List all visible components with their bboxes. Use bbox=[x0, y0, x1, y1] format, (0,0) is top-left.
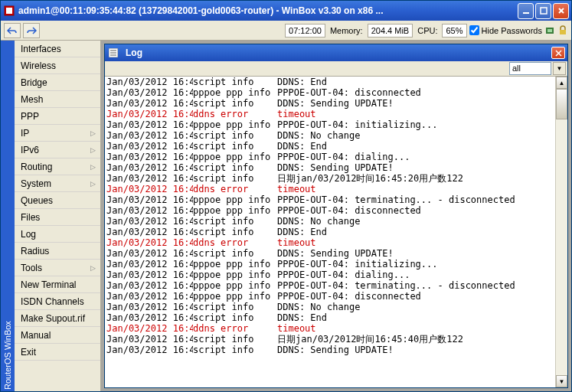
log-topic: script info bbox=[193, 130, 277, 141]
sidebar-item-mesh[interactable]: Mesh bbox=[15, 91, 100, 108]
sidebar-item-ppp[interactable]: PPP bbox=[15, 108, 100, 125]
log-message: PPPOE-OUT-04: terminating... - disconnec… bbox=[277, 280, 555, 291]
scroll-up-button[interactable]: ▲ bbox=[556, 77, 567, 89]
sidebar-item-label: Exit bbox=[21, 347, 36, 358]
log-message: PPPOE-OUT-04: disconnected bbox=[277, 205, 555, 216]
undo-button[interactable] bbox=[4, 23, 21, 38]
scroll-track[interactable] bbox=[556, 89, 567, 375]
log-topic: script info bbox=[193, 216, 277, 227]
redo-button[interactable] bbox=[23, 23, 40, 38]
log-close-button[interactable] bbox=[551, 47, 565, 59]
log-row[interactable]: Jan/03/2012 16:4...script infoDDNS: End bbox=[105, 312, 555, 323]
log-message: DDNS: End bbox=[277, 227, 555, 237]
chevron-right-icon: ▷ bbox=[90, 180, 96, 188]
sidebar-item-queues[interactable]: Queues bbox=[15, 192, 100, 209]
log-row[interactable]: Jan/03/2012 16:4...pppoe ppp infoPPPOE-O… bbox=[105, 194, 555, 205]
log-row[interactable]: Jan/03/2012 16:4...script infoDDNS: Send… bbox=[105, 162, 555, 173]
log-row[interactable]: Jan/03/2012 16:4...script infoDDNS: End bbox=[105, 77, 555, 87]
log-message: PPPOE-OUT-04: disconnected bbox=[277, 87, 555, 98]
close-button[interactable] bbox=[553, 3, 569, 19]
sidebar-item-label: Tools bbox=[21, 263, 42, 273]
sidebar-item-make-supout-rif[interactable]: Make Supout.rif bbox=[15, 310, 100, 327]
scroll-down-button[interactable]: ▼ bbox=[556, 375, 567, 387]
sidebar-item-label: Bridge bbox=[21, 77, 47, 88]
log-topic: pppoe ppp info bbox=[193, 119, 277, 130]
log-message: PPPOE-OUT-04: dialing... bbox=[277, 270, 555, 280]
sidebar-item-routing[interactable]: Routing▷ bbox=[15, 158, 100, 175]
log-row[interactable]: Jan/03/2012 16:4...pppoe ppp infoPPPOE-O… bbox=[105, 119, 555, 130]
log-topic: script info bbox=[193, 227, 277, 237]
sidebar-item-files[interactable]: Files bbox=[15, 209, 100, 226]
log-row[interactable]: Jan/03/2012 16:4...ddns errortimeout bbox=[105, 237, 555, 248]
sidebar-item-label: Queues bbox=[21, 195, 53, 206]
log-topic: pppoe ppp info bbox=[193, 152, 277, 162]
log-row[interactable]: Jan/03/2012 16:4...script infoDDNS: No c… bbox=[105, 130, 555, 141]
log-row[interactable]: Jan/03/2012 16:4...pppoe ppp infoPPPOE-O… bbox=[105, 291, 555, 302]
log-filter-dropdown-button[interactable]: ▼ bbox=[553, 62, 566, 75]
maximize-button[interactable] bbox=[535, 3, 551, 19]
log-row[interactable]: Jan/03/2012 16:4...script infoDDNS: End bbox=[105, 227, 555, 237]
log-message: timeout bbox=[277, 237, 555, 248]
log-topic: pppoe ppp info bbox=[193, 194, 277, 205]
sidebar-item-ipv6[interactable]: IPv6▷ bbox=[15, 142, 100, 158]
log-row[interactable]: Jan/03/2012 16:4...ddns errortimeout bbox=[105, 323, 555, 334]
log-titlebar[interactable]: Log bbox=[105, 44, 567, 61]
sidebar-item-new-terminal[interactable]: New Terminal bbox=[15, 276, 100, 293]
log-row[interactable]: Jan/03/2012 16:4...script infoDDNS: End bbox=[105, 141, 555, 152]
sidebar-item-isdn-channels[interactable]: ISDN Channels bbox=[15, 293, 100, 310]
log-row[interactable]: Jan/03/2012 16:4...script infoDDNS: Send… bbox=[105, 98, 555, 109]
sidebar-item-system[interactable]: System▷ bbox=[15, 175, 100, 192]
sidebar-item-tools[interactable]: Tools▷ bbox=[15, 260, 100, 276]
log-row[interactable]: Jan/03/2012 16:4...script infoDDNS: Send… bbox=[105, 248, 555, 259]
log-row[interactable]: Jan/03/2012 16:4...script infoDDNS: No c… bbox=[105, 302, 555, 312]
minimize-button[interactable] bbox=[518, 3, 534, 19]
log-row[interactable]: Jan/03/2012 16:4...pppoe ppp infoPPPOE-O… bbox=[105, 152, 555, 162]
log-time: Jan/03/2012 16:4... bbox=[105, 205, 193, 216]
scroll-thumb[interactable] bbox=[556, 89, 567, 119]
rotated-text: RouterOS WinBox bbox=[3, 298, 12, 390]
sidebar-item-bridge[interactable]: Bridge bbox=[15, 74, 100, 91]
log-row[interactable]: Jan/03/2012 16:4...script infoDDNS: Send… bbox=[105, 345, 555, 355]
log-row[interactable]: Jan/03/2012 16:4...script infoDDNS: No c… bbox=[105, 216, 555, 227]
log-filter-select[interactable]: all bbox=[509, 62, 551, 75]
titlebar[interactable]: admin1@00:11:09:35:44:82 (13729842001-go… bbox=[1, 1, 571, 21]
content-area: Log all ▼ Jan/03/2012 16:4...script info… bbox=[101, 41, 571, 391]
log-row[interactable]: Jan/03/2012 16:4...ddns errortimeout bbox=[105, 184, 555, 194]
log-topic: script info bbox=[193, 302, 277, 312]
log-row[interactable]: Jan/03/2012 16:4...script info日期jan/03/2… bbox=[105, 334, 555, 345]
body-area: RouterOS WinBox InterfacesWirelessBridge… bbox=[1, 41, 571, 391]
memory-label: Memory: bbox=[328, 26, 365, 35]
hide-passwords-checkbox[interactable]: Hide Passwords bbox=[469, 25, 542, 35]
log-time: Jan/03/2012 16:4... bbox=[105, 291, 193, 302]
log-message: 日期jan/03/2012时间16:45:20用户数122 bbox=[277, 173, 555, 184]
log-row[interactable]: Jan/03/2012 16:4...pppoe ppp infoPPPOE-O… bbox=[105, 259, 555, 270]
sidebar-item-label: IP bbox=[21, 128, 29, 139]
log-scrollbar[interactable]: ▲ ▼ bbox=[555, 77, 567, 387]
sidebar-item-exit[interactable]: Exit bbox=[15, 344, 100, 361]
sidebar-item-log[interactable]: Log bbox=[15, 226, 100, 243]
main-window: admin1@00:11:09:35:44:82 (13729842001-go… bbox=[0, 0, 572, 392]
app-icon bbox=[3, 5, 15, 17]
log-topic: pppoe ppp info bbox=[193, 87, 277, 98]
log-row[interactable]: Jan/03/2012 16:4...pppoe ppp infoPPPOE-O… bbox=[105, 205, 555, 216]
log-message: DDNS: Sending UPDATE! bbox=[277, 162, 555, 173]
log-topic: script info bbox=[193, 173, 277, 184]
chevron-right-icon: ▷ bbox=[90, 163, 96, 171]
log-topic: script info bbox=[193, 77, 277, 87]
hide-passwords-input[interactable] bbox=[469, 25, 479, 35]
log-row[interactable]: Jan/03/2012 16:4...pppoe ppp infoPPPOE-O… bbox=[105, 270, 555, 280]
log-message: DDNS: No change bbox=[277, 302, 555, 312]
chevron-right-icon: ▷ bbox=[90, 264, 96, 272]
log-row[interactable]: Jan/03/2012 16:4...ddns errortimeout bbox=[105, 109, 555, 119]
log-row[interactable]: Jan/03/2012 16:4...pppoe ppp infoPPPOE-O… bbox=[105, 280, 555, 291]
sidebar-item-label: IPv6 bbox=[21, 145, 39, 155]
log-row[interactable]: Jan/03/2012 16:4...script info日期jan/03/2… bbox=[105, 173, 555, 184]
sidebar-item-manual[interactable]: Manual bbox=[15, 327, 100, 344]
log-message: DDNS: End bbox=[277, 312, 555, 323]
log-row[interactable]: Jan/03/2012 16:4...pppoe ppp infoPPPOE-O… bbox=[105, 87, 555, 98]
sidebar-item-label: ISDN Channels bbox=[21, 296, 84, 307]
sidebar-item-interfaces[interactable]: Interfaces bbox=[15, 41, 100, 57]
sidebar-item-ip[interactable]: IP▷ bbox=[15, 125, 100, 142]
sidebar-item-radius[interactable]: Radius bbox=[15, 243, 100, 260]
sidebar-item-wireless[interactable]: Wireless bbox=[15, 57, 100, 74]
